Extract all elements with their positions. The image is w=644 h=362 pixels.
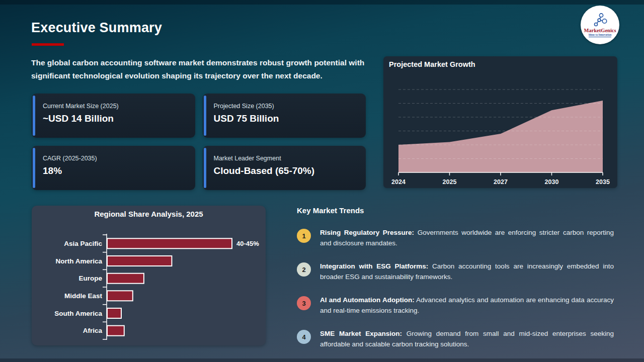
svg-text:Middle East: Middle East	[64, 292, 103, 300]
logo-brand: MarketGenics	[584, 28, 616, 33]
trend-text: SME Market Expansion: Growing demand fro…	[320, 328, 614, 349]
stat-value: USD 75 Billion	[214, 113, 358, 124]
stat-card-grid: Current Market Size (2025) ~USD 14 Billi…	[32, 94, 366, 190]
stat-accent-bar	[33, 148, 35, 188]
trend-lead: Integration with ESG Platforms:	[320, 262, 428, 270]
regional-chart-panel: Asia Pacific40-45%North AmericaEuropeMid…	[32, 206, 266, 345]
svg-text:2024: 2024	[391, 178, 406, 186]
stat-accent-bar	[204, 148, 206, 188]
growth-chart: 20242025202720302035	[383, 56, 617, 188]
svg-text:Africa: Africa	[83, 327, 103, 334]
stat-card-leader-segment: Market Leader Segment Cloud-Based (65-70…	[203, 146, 366, 190]
trend-text: AI and Automation Adoption: Advanced ana…	[320, 295, 614, 316]
logo: MarketGenics Ideas to Innovation	[581, 6, 619, 44]
svg-text:2035: 2035	[596, 178, 610, 186]
stat-label: Current Market Size (2025)	[43, 103, 187, 110]
trend-number-badge: 1	[297, 229, 311, 243]
svg-text:South America: South America	[54, 310, 102, 317]
stat-value: 18%	[43, 165, 187, 176]
trend-lead: AI and Automation Adoption:	[320, 296, 415, 304]
key-market-trends: Key Market Trends 1 Rising Regulatory Pr…	[297, 206, 619, 349]
growth-chart-panel: 20242025202720302035 Projected Market Gr…	[383, 56, 617, 188]
svg-text:2027: 2027	[494, 178, 508, 186]
page-title: Executive Summary	[31, 20, 162, 36]
trend-text: Integration with ESG Platforms: Carbon a…	[320, 261, 614, 282]
stat-value: Cloud-Based (65-70%)	[214, 165, 358, 176]
bottom-edge-shade	[0, 358, 644, 362]
trend-number-badge: 4	[297, 330, 311, 344]
svg-text:2030: 2030	[545, 178, 559, 186]
trend-number-badge: 2	[297, 262, 311, 277]
title-underline	[32, 43, 64, 46]
svg-text:2025: 2025	[443, 178, 457, 186]
stat-value: ~USD 14 Billion	[43, 113, 187, 124]
stat-card-projected-size: Projected Size (2035) USD 75 Billion	[203, 94, 366, 138]
trend-item: 3 AI and Automation Adoption: Advanced a…	[297, 295, 619, 316]
trend-item: 1 Rising Regulatory Pressure: Government…	[297, 227, 619, 248]
logo-tagline: Ideas to Innovation	[589, 33, 612, 37]
stat-card-current-size: Current Market Size (2025) ~USD 14 Billi…	[32, 94, 195, 138]
trend-lead: SME Market Expansion:	[320, 330, 402, 337]
trend-number-badge: 3	[297, 296, 311, 310]
intro-text: The global carbon accounting software ma…	[31, 56, 371, 82]
svg-text:40-45%: 40-45%	[236, 240, 259, 247]
trend-text: Rising Regulatory Pressure: Governments …	[320, 227, 614, 248]
stat-label: Market Leader Segment	[214, 155, 358, 162]
top-edge-shade	[0, 0, 644, 5]
stat-label: Projected Size (2035)	[214, 103, 358, 110]
molecule-icon	[593, 13, 608, 27]
stat-accent-bar	[33, 96, 35, 136]
regional-chart: Asia Pacific40-45%North AmericaEuropeMid…	[32, 206, 266, 345]
trend-item: 2 Integration with ESG Platforms: Carbon…	[297, 261, 619, 282]
stat-accent-bar	[204, 96, 206, 136]
svg-text:Asia Pacific: Asia Pacific	[64, 240, 102, 247]
trend-lead: Rising Regulatory Pressure:	[320, 229, 414, 236]
regional-chart-title: Regional Share Analysis, 2025	[32, 210, 266, 218]
svg-text:North America: North America	[55, 257, 102, 265]
trend-item: 4 SME Market Expansion: Growing demand f…	[297, 328, 619, 349]
stat-label: CAGR (2025-2035)	[43, 155, 187, 162]
svg-text:Europe: Europe	[78, 275, 102, 282]
slide: Executive Summary MarketGenics Ideas to …	[0, 0, 644, 362]
trends-heading: Key Market Trends	[297, 206, 619, 215]
stat-card-cagr: CAGR (2025-2035) 18%	[32, 146, 195, 190]
growth-chart-title: Projected Market Growth	[389, 60, 475, 68]
